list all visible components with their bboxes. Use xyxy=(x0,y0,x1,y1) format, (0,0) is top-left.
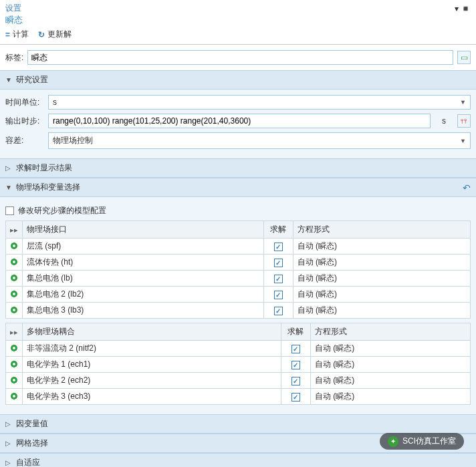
col-solve: 求解 xyxy=(263,221,293,239)
equation-form: 自动 (瞬态) xyxy=(293,287,470,303)
equation-form: 自动 (瞬态) xyxy=(293,303,470,319)
undo-icon[interactable]: ↶ xyxy=(463,182,471,193)
label-input[interactable] xyxy=(27,50,453,65)
section-title: 研究设置 xyxy=(16,74,48,86)
interface-name: 电化学热 3 (ech3) xyxy=(23,389,281,405)
solve-checkbox[interactable]: ✓ xyxy=(274,291,283,299)
solve-checkbox[interactable]: ✓ xyxy=(274,275,283,283)
status-dot-icon xyxy=(11,393,17,400)
toolbar: = 计算 ↻ 更新解 xyxy=(0,27,476,45)
panel-title: 设置 ▾ ◾ xyxy=(0,0,476,14)
output-times-input[interactable] xyxy=(48,114,431,128)
equation-form: 自动 (瞬态) xyxy=(293,271,470,287)
equation-form: 自动 (瞬态) xyxy=(310,341,470,357)
move-handle-header: ▸▸ xyxy=(6,221,23,239)
section-title: 因变量值 xyxy=(16,418,48,430)
section-title: 物理场和变量选择 xyxy=(16,182,80,193)
col-interface: 物理场接口 xyxy=(23,221,264,239)
refresh-icon: ↻ xyxy=(38,30,45,39)
tolerance-select[interactable]: 物理场控制 ▼ xyxy=(48,132,471,149)
modify-config-row[interactable]: 修改研究步骤的模型配置 xyxy=(5,202,471,220)
wechat-icon: ✦ xyxy=(388,436,398,447)
equation-form: 自动 (瞬态) xyxy=(310,373,470,389)
expand-icon: ▷ xyxy=(5,440,12,447)
multiphysics-table: ▸▸ 多物理场耦合 求解 方程形式 非等温流动 2 (nitf2)✓自动 (瞬态… xyxy=(5,323,471,405)
solve-checkbox[interactable]: ✓ xyxy=(291,345,300,353)
title-text: 设置 xyxy=(5,3,21,14)
section-dep-var-values-header[interactable]: ▷ 因变量值 xyxy=(0,414,476,434)
interface-name: 集总电池 (lb) xyxy=(23,271,264,287)
status-dot-icon xyxy=(11,291,17,297)
time-unit-select[interactable]: s ▼ xyxy=(48,95,471,110)
solve-checkbox[interactable]: ✓ xyxy=(274,259,283,267)
physics-table: ▸▸ 物理场接口 求解 方程形式 层流 (spf)✓自动 (瞬态)流体传热 (h… xyxy=(5,220,471,319)
col-eqform: 方程形式 xyxy=(293,221,470,239)
solve-checkbox[interactable]: ✓ xyxy=(291,361,300,369)
section-title: 网格选择 xyxy=(16,438,48,449)
time-unit-label: 时间单位: xyxy=(5,97,43,108)
col-solve: 求解 xyxy=(281,323,310,341)
label-row: 标签: ▭ xyxy=(0,45,476,70)
equation-form: 自动 (瞬态) xyxy=(310,357,470,373)
status-dot-icon xyxy=(11,275,17,281)
expand-icon: ▷ xyxy=(5,164,12,172)
table-row[interactable]: 集总电池 (lb)✓自动 (瞬态) xyxy=(6,271,471,287)
status-dot-icon xyxy=(11,259,17,265)
table-row[interactable]: 电化学热 1 (ech1)✓自动 (瞬态) xyxy=(6,357,471,373)
interface-name: 非等温流动 2 (nitf2) xyxy=(23,341,281,357)
section-study-settings-header[interactable]: ▼ 研究设置 xyxy=(0,70,476,90)
label-caption: 标签: xyxy=(5,52,23,63)
col-eqform: 方程形式 xyxy=(310,323,470,341)
section-study-settings-body: 时间单位: s ▼ 输出时步: s ⫯⫯ 容差: 物理场控制 ▼ xyxy=(0,90,476,158)
chevron-down-icon: ▼ xyxy=(460,138,466,144)
interface-name: 层流 (spf) xyxy=(23,239,264,255)
solve-checkbox[interactable]: ✓ xyxy=(291,393,300,402)
status-dot-icon xyxy=(11,243,17,249)
window-controls[interactable]: ▾ ◾ xyxy=(455,4,471,13)
table-row[interactable]: 层流 (spf)✓自动 (瞬态) xyxy=(6,239,471,255)
tolerance-label: 容差: xyxy=(5,135,43,146)
section-results-while-solving-header[interactable]: ▷ 求解时显示结果 xyxy=(0,158,476,178)
section-title: 求解时显示结果 xyxy=(16,162,72,174)
output-times-label: 输出时步: xyxy=(5,116,43,127)
interface-name: 电化学热 1 (ech1) xyxy=(23,357,281,373)
section-title: 自适应 xyxy=(16,457,40,467)
table-row[interactable]: 电化学热 2 (ech2)✓自动 (瞬态) xyxy=(6,373,471,389)
expand-icon: ▷ xyxy=(5,420,12,428)
interface-name: 集总电池 2 (lb2) xyxy=(23,287,264,303)
table-row[interactable]: 集总电池 2 (lb2)✓自动 (瞬态) xyxy=(6,287,471,303)
section-physics-selection-body: 修改研究步骤的模型配置 ▸▸ 物理场接口 求解 方程形式 层流 (spf)✓自动… xyxy=(0,197,476,414)
solve-checkbox[interactable]: ✓ xyxy=(274,307,283,315)
collapse-icon: ▼ xyxy=(5,76,12,84)
table-row[interactable]: 流体传热 (ht)✓自动 (瞬态) xyxy=(6,255,471,271)
chevron-down-icon: ▼ xyxy=(460,99,466,106)
equation-form: 自动 (瞬态) xyxy=(293,239,470,255)
interface-name: 电化学热 2 (ech2) xyxy=(23,373,281,389)
subtitle: 瞬态 xyxy=(0,14,476,27)
collapse-icon: ▼ xyxy=(5,184,12,191)
update-solution-button[interactable]: ↻ 更新解 xyxy=(38,29,72,40)
interface-name: 流体传热 (ht) xyxy=(23,255,264,271)
modify-config-label: 修改研究步骤的模型配置 xyxy=(18,205,106,216)
table-row[interactable]: 电化学热 3 (ech3)✓自动 (瞬态) xyxy=(6,389,471,405)
compute-button[interactable]: = 计算 xyxy=(5,29,29,40)
label-extra-button[interactable]: ▭ xyxy=(457,51,471,64)
table-row[interactable]: 非等温流动 2 (nitf2)✓自动 (瞬态) xyxy=(6,341,471,357)
table-row[interactable]: 集总电池 3 (lb3)✓自动 (瞬态) xyxy=(6,303,471,319)
graph-icon: ⫯⫯ xyxy=(461,118,467,125)
interface-name: 集总电池 3 (lb3) xyxy=(23,303,264,319)
compute-icon: = xyxy=(5,30,10,39)
move-handle-header: ▸▸ xyxy=(6,323,23,341)
output-times-unit: s xyxy=(436,116,452,126)
equation-form: 自动 (瞬态) xyxy=(310,389,470,405)
modify-config-checkbox[interactable] xyxy=(5,206,14,215)
solve-checkbox[interactable]: ✓ xyxy=(291,377,300,385)
range-graph-button[interactable]: ⫯⫯ xyxy=(457,114,471,128)
solve-checkbox[interactable]: ✓ xyxy=(274,243,283,251)
section-adaptation-header[interactable]: ▷ 自适应 xyxy=(0,453,476,467)
status-dot-icon xyxy=(11,345,17,351)
section-physics-selection-header[interactable]: ▼ 物理场和变量选择 ↶ xyxy=(0,178,476,197)
equation-form: 自动 (瞬态) xyxy=(293,255,470,271)
status-dot-icon xyxy=(11,361,17,367)
col-interface: 多物理场耦合 xyxy=(23,323,281,341)
